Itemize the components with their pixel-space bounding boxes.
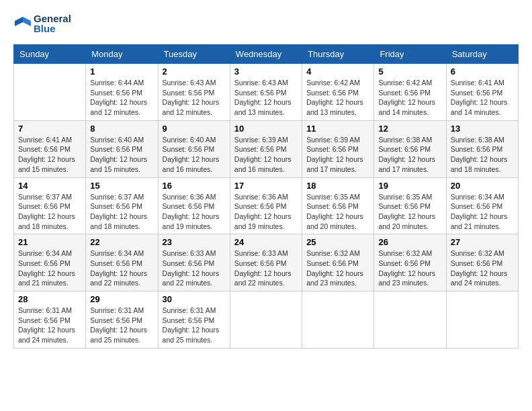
day-info: Sunrise: 6:34 AM Sunset: 6:56 PM Dayligh… bbox=[18, 248, 81, 288]
day-number: 7 bbox=[18, 124, 81, 134]
day-info: Sunrise: 6:34 AM Sunset: 6:56 PM Dayligh… bbox=[90, 248, 153, 288]
weekday-header: Saturday bbox=[446, 45, 518, 64]
calendar-cell: 1Sunrise: 6:44 AM Sunset: 6:56 PM Daylig… bbox=[86, 64, 158, 121]
day-number: 20 bbox=[451, 181, 514, 191]
calendar-cell: 20Sunrise: 6:34 AM Sunset: 6:56 PM Dayli… bbox=[446, 177, 518, 234]
day-info: Sunrise: 6:31 AM Sunset: 6:56 PM Dayligh… bbox=[90, 306, 153, 345]
day-info: Sunrise: 6:38 AM Sunset: 6:56 PM Dayligh… bbox=[451, 135, 514, 175]
day-info: Sunrise: 6:42 AM Sunset: 6:56 PM Dayligh… bbox=[306, 78, 369, 118]
calendar-cell: 22Sunrise: 6:34 AM Sunset: 6:56 PM Dayli… bbox=[86, 234, 158, 291]
logo-line1: General bbox=[34, 13, 71, 24]
weekday-header: Tuesday bbox=[158, 45, 230, 64]
logo: General Blue bbox=[13, 13, 71, 34]
calendar-cell: 8Sunrise: 6:40 AM Sunset: 6:56 PM Daylig… bbox=[86, 120, 158, 177]
day-info: Sunrise: 6:32 AM Sunset: 6:56 PM Dayligh… bbox=[378, 248, 441, 288]
day-number: 26 bbox=[378, 237, 441, 247]
day-number: 9 bbox=[163, 124, 226, 134]
calendar-header-row: SundayMondayTuesdayWednesdayThursdayFrid… bbox=[14, 45, 519, 64]
calendar-cell: 12Sunrise: 6:38 AM Sunset: 6:56 PM Dayli… bbox=[374, 120, 446, 177]
weekday-header: Wednesday bbox=[230, 45, 302, 64]
calendar-cell: 17Sunrise: 6:36 AM Sunset: 6:56 PM Dayli… bbox=[230, 177, 302, 234]
calendar-cell: 14Sunrise: 6:37 AM Sunset: 6:56 PM Dayli… bbox=[14, 177, 86, 234]
calendar-cell bbox=[302, 291, 374, 349]
day-info: Sunrise: 6:33 AM Sunset: 6:56 PM Dayligh… bbox=[234, 248, 298, 288]
day-info: Sunrise: 6:36 AM Sunset: 6:56 PM Dayligh… bbox=[163, 192, 226, 232]
day-info: Sunrise: 6:35 AM Sunset: 6:56 PM Dayligh… bbox=[378, 192, 441, 232]
day-info: Sunrise: 6:39 AM Sunset: 6:56 PM Dayligh… bbox=[306, 135, 369, 175]
calendar-cell: 7Sunrise: 6:41 AM Sunset: 6:56 PM Daylig… bbox=[14, 120, 86, 177]
page-header: General Blue bbox=[13, 13, 519, 34]
calendar-cell bbox=[14, 64, 86, 121]
calendar-week-row: 1Sunrise: 6:44 AM Sunset: 6:56 PM Daylig… bbox=[14, 64, 519, 121]
day-number: 11 bbox=[306, 124, 369, 134]
day-number: 12 bbox=[378, 124, 441, 134]
calendar-cell: 29Sunrise: 6:31 AM Sunset: 6:56 PM Dayli… bbox=[86, 291, 158, 349]
day-info: Sunrise: 6:37 AM Sunset: 6:56 PM Dayligh… bbox=[90, 192, 153, 232]
day-number: 24 bbox=[234, 237, 298, 247]
calendar-cell: 4Sunrise: 6:42 AM Sunset: 6:56 PM Daylig… bbox=[302, 64, 374, 121]
weekday-header: Thursday bbox=[302, 45, 374, 64]
svg-marker-1 bbox=[15, 17, 23, 26]
calendar-cell: 30Sunrise: 6:31 AM Sunset: 6:56 PM Dayli… bbox=[158, 291, 230, 349]
day-number: 1 bbox=[90, 66, 153, 77]
calendar-cell: 15Sunrise: 6:37 AM Sunset: 6:56 PM Dayli… bbox=[86, 177, 158, 234]
day-info: Sunrise: 6:37 AM Sunset: 6:56 PM Dayligh… bbox=[18, 192, 81, 232]
day-number: 19 bbox=[378, 181, 441, 191]
day-info: Sunrise: 6:43 AM Sunset: 6:56 PM Dayligh… bbox=[163, 78, 226, 118]
calendar-cell: 2Sunrise: 6:43 AM Sunset: 6:56 PM Daylig… bbox=[158, 64, 230, 121]
svg-marker-0 bbox=[23, 17, 31, 26]
day-number: 8 bbox=[90, 124, 153, 134]
day-number: 5 bbox=[378, 66, 441, 77]
logo-line2: Blue bbox=[34, 24, 71, 34]
day-number: 22 bbox=[90, 237, 153, 247]
day-number: 17 bbox=[234, 181, 298, 191]
calendar-cell: 27Sunrise: 6:32 AM Sunset: 6:56 PM Dayli… bbox=[446, 234, 518, 291]
day-number: 16 bbox=[163, 181, 226, 191]
calendar-cell: 23Sunrise: 6:33 AM Sunset: 6:56 PM Dayli… bbox=[158, 234, 230, 291]
day-info: Sunrise: 6:33 AM Sunset: 6:56 PM Dayligh… bbox=[163, 248, 226, 288]
day-number: 14 bbox=[18, 181, 81, 191]
calendar-cell: 10Sunrise: 6:39 AM Sunset: 6:56 PM Dayli… bbox=[230, 120, 302, 177]
calendar-cell: 3Sunrise: 6:43 AM Sunset: 6:56 PM Daylig… bbox=[230, 64, 302, 121]
day-number: 18 bbox=[306, 181, 369, 191]
day-info: Sunrise: 6:42 AM Sunset: 6:56 PM Dayligh… bbox=[378, 78, 441, 118]
day-number: 6 bbox=[451, 66, 514, 77]
day-number: 21 bbox=[18, 237, 81, 247]
calendar-cell: 5Sunrise: 6:42 AM Sunset: 6:56 PM Daylig… bbox=[374, 64, 446, 121]
calendar-cell: 18Sunrise: 6:35 AM Sunset: 6:56 PM Dayli… bbox=[302, 177, 374, 234]
day-info: Sunrise: 6:34 AM Sunset: 6:56 PM Dayligh… bbox=[451, 192, 514, 232]
day-info: Sunrise: 6:38 AM Sunset: 6:56 PM Dayligh… bbox=[378, 135, 441, 175]
calendar-cell: 24Sunrise: 6:33 AM Sunset: 6:56 PM Dayli… bbox=[230, 234, 302, 291]
day-info: Sunrise: 6:41 AM Sunset: 6:56 PM Dayligh… bbox=[18, 135, 81, 175]
calendar-cell: 13Sunrise: 6:38 AM Sunset: 6:56 PM Dayli… bbox=[446, 120, 518, 177]
calendar-cell: 16Sunrise: 6:36 AM Sunset: 6:56 PM Dayli… bbox=[158, 177, 230, 234]
calendar-week-row: 7Sunrise: 6:41 AM Sunset: 6:56 PM Daylig… bbox=[14, 120, 519, 177]
weekday-header: Sunday bbox=[14, 45, 86, 64]
day-number: 3 bbox=[234, 66, 298, 77]
day-number: 23 bbox=[163, 237, 226, 247]
calendar-cell: 11Sunrise: 6:39 AM Sunset: 6:56 PM Dayli… bbox=[302, 120, 374, 177]
day-info: Sunrise: 6:41 AM Sunset: 6:56 PM Dayligh… bbox=[451, 78, 514, 118]
calendar-cell: 21Sunrise: 6:34 AM Sunset: 6:56 PM Dayli… bbox=[14, 234, 86, 291]
day-info: Sunrise: 6:40 AM Sunset: 6:56 PM Dayligh… bbox=[90, 135, 153, 175]
calendar-week-row: 21Sunrise: 6:34 AM Sunset: 6:56 PM Dayli… bbox=[14, 234, 519, 291]
logo-text: General Blue bbox=[13, 13, 71, 34]
day-info: Sunrise: 6:32 AM Sunset: 6:56 PM Dayligh… bbox=[451, 248, 514, 288]
day-number: 25 bbox=[306, 237, 369, 247]
day-info: Sunrise: 6:35 AM Sunset: 6:56 PM Dayligh… bbox=[306, 192, 369, 232]
calendar-cell: 26Sunrise: 6:32 AM Sunset: 6:56 PM Dayli… bbox=[374, 234, 446, 291]
calendar-cell: 9Sunrise: 6:40 AM Sunset: 6:56 PM Daylig… bbox=[158, 120, 230, 177]
weekday-header: Monday bbox=[86, 45, 158, 64]
day-info: Sunrise: 6:36 AM Sunset: 6:56 PM Dayligh… bbox=[234, 192, 298, 232]
day-number: 28 bbox=[18, 294, 81, 304]
day-number: 10 bbox=[234, 124, 298, 134]
calendar-table: SundayMondayTuesdayWednesdayThursdayFrid… bbox=[13, 44, 519, 349]
calendar-cell bbox=[446, 291, 518, 349]
day-info: Sunrise: 6:31 AM Sunset: 6:56 PM Dayligh… bbox=[18, 306, 81, 345]
day-info: Sunrise: 6:32 AM Sunset: 6:56 PM Dayligh… bbox=[306, 248, 369, 288]
calendar-cell: 28Sunrise: 6:31 AM Sunset: 6:56 PM Dayli… bbox=[14, 291, 86, 349]
day-info: Sunrise: 6:43 AM Sunset: 6:56 PM Dayligh… bbox=[234, 78, 298, 118]
calendar-cell bbox=[374, 291, 446, 349]
logo-bird-icon bbox=[13, 14, 32, 33]
calendar-week-row: 14Sunrise: 6:37 AM Sunset: 6:56 PM Dayli… bbox=[14, 177, 519, 234]
